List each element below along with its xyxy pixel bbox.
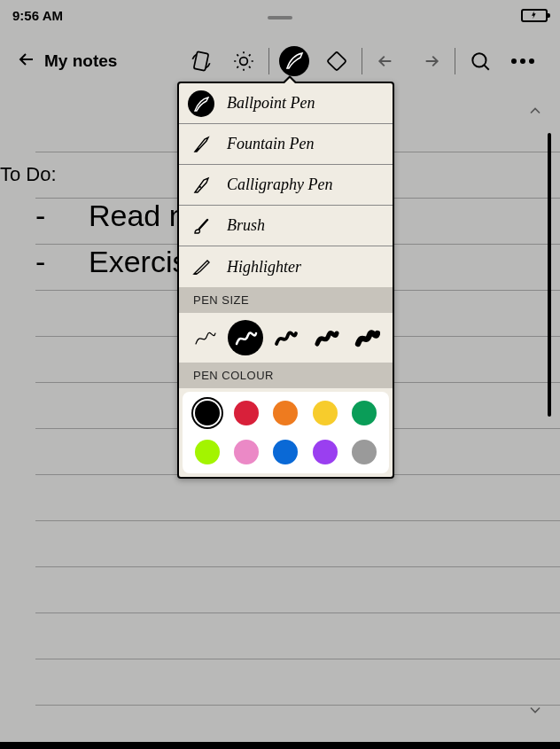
pen-option-label: Fountain Pen bbox=[227, 135, 314, 153]
colour-swatch-6[interactable] bbox=[234, 440, 259, 464]
battery-icon bbox=[521, 9, 548, 22]
colour-swatch-3[interactable] bbox=[313, 401, 338, 425]
drag-handle[interactable] bbox=[268, 16, 292, 20]
search-button[interactable] bbox=[459, 40, 502, 82]
eraser-button[interactable] bbox=[315, 40, 358, 82]
brush-icon bbox=[188, 213, 214, 239]
pen-settings-popup: Ballpoint PenFountain PenCalligraphy Pen… bbox=[177, 82, 394, 479]
pen-size-4[interactable] bbox=[308, 320, 344, 355]
pen-size-1[interactable] bbox=[187, 320, 222, 355]
bottom-bar bbox=[0, 742, 560, 749]
svg-point-5 bbox=[199, 186, 201, 188]
colour-swatch-1[interactable] bbox=[234, 401, 259, 425]
svg-point-1 bbox=[240, 58, 248, 66]
fountain-pen-icon bbox=[188, 131, 214, 158]
page-title[interactable]: My notes bbox=[44, 51, 117, 71]
separator bbox=[362, 48, 362, 74]
colour-swatch-4[interactable] bbox=[352, 401, 377, 425]
note-task-text: Exercis bbox=[89, 245, 187, 279]
pen-size-row bbox=[179, 313, 393, 363]
ballpoint-pen-icon bbox=[188, 90, 214, 117]
highlighter-icon bbox=[188, 254, 214, 280]
colour-swatch-5[interactable] bbox=[195, 440, 220, 464]
pen-colour-panel bbox=[183, 392, 389, 473]
pen-size-5[interactable] bbox=[349, 320, 385, 355]
svg-point-4 bbox=[472, 53, 486, 66]
redo-button[interactable] bbox=[408, 40, 451, 82]
scroll-thumb[interactable] bbox=[548, 133, 551, 417]
pen-option-label: Ballpoint Pen bbox=[227, 94, 315, 113]
pen-option-label: Brush bbox=[227, 216, 265, 235]
separator bbox=[268, 48, 269, 74]
back-arrow-icon[interactable] bbox=[16, 49, 37, 74]
colour-swatch-2[interactable] bbox=[273, 401, 298, 425]
pen-option-fountain-pen[interactable]: Fountain Pen bbox=[179, 124, 393, 165]
svg-rect-3 bbox=[327, 51, 346, 70]
pen-size-header: PEN SIZE bbox=[179, 287, 393, 313]
scrollbar[interactable] bbox=[548, 133, 551, 705]
pen-option-highlighter[interactable]: Highlighter bbox=[179, 246, 393, 287]
colour-swatch-7[interactable] bbox=[273, 440, 298, 464]
pen-option-brush[interactable]: Brush bbox=[179, 206, 393, 246]
pen-option-calligraphy-pen[interactable]: Calligraphy Pen bbox=[179, 165, 393, 206]
separator bbox=[455, 48, 455, 74]
pen-colour-header: PEN COLOUR bbox=[179, 363, 393, 388]
colour-swatch-0[interactable] bbox=[195, 401, 220, 425]
pen-option-ballpoint-pen[interactable]: Ballpoint Pen bbox=[179, 83, 393, 124]
pen-option-label: Highlighter bbox=[227, 258, 301, 277]
undo-button[interactable] bbox=[366, 40, 408, 82]
chevron-up-icon[interactable] bbox=[526, 102, 544, 123]
calligraphy-pen-icon bbox=[188, 172, 214, 199]
note-task-text: Read n bbox=[89, 199, 186, 233]
clock: 9:56 AM bbox=[12, 8, 63, 23]
toolbar: My notes bbox=[0, 37, 560, 85]
brightness-button[interactable] bbox=[222, 40, 265, 82]
rotate-button[interactable] bbox=[180, 40, 222, 82]
colour-swatch-9[interactable] bbox=[352, 440, 377, 464]
colour-swatch-8[interactable] bbox=[313, 440, 338, 464]
pen-option-label: Calligraphy Pen bbox=[227, 176, 333, 194]
chevron-down-icon[interactable] bbox=[526, 701, 544, 722]
pen-size-2[interactable] bbox=[228, 320, 263, 355]
pen-size-3[interactable] bbox=[268, 320, 303, 355]
more-button[interactable] bbox=[502, 40, 544, 82]
status-bar: 9:56 AM bbox=[0, 0, 560, 30]
